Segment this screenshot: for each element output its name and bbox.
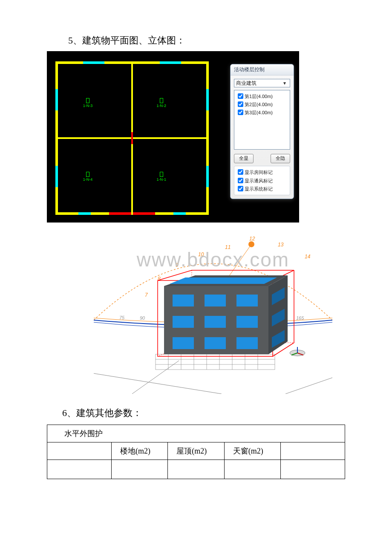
svg-line-0 bbox=[94, 373, 222, 394]
table-title-row: 水平外围护 bbox=[47, 425, 345, 442]
svg-text:13: 13 bbox=[278, 242, 284, 248]
svg-rect-35 bbox=[236, 316, 258, 328]
floor-control-panel[interactable]: 活动楼层控制 商业建筑 ▾ 第1层(4.00m) 第2层(4.00m) 第3层(… bbox=[230, 64, 294, 199]
panel-title: 活动楼层控制 bbox=[231, 64, 294, 75]
svg-rect-33 bbox=[173, 316, 194, 328]
room-label-n4: 1-N-4 bbox=[83, 172, 93, 182]
combo-value: 商业建筑 bbox=[236, 80, 257, 87]
hide-all-button[interactable]: 全隐 bbox=[271, 154, 290, 163]
svg-rect-32 bbox=[236, 295, 258, 306]
table-row bbox=[47, 460, 345, 479]
svg-text:7: 7 bbox=[145, 292, 148, 298]
room-icon bbox=[86, 172, 89, 177]
svg-text:90: 90 bbox=[140, 315, 145, 321]
svg-rect-31 bbox=[205, 295, 226, 306]
svg-marker-29 bbox=[170, 278, 277, 284]
show-all-button[interactable]: 全显 bbox=[234, 154, 254, 163]
section-heading-5: 5、建筑物平面图、立体图： bbox=[68, 34, 375, 47]
section-heading-6: 6、建筑其他参数： bbox=[62, 407, 375, 419]
table-header-row: 楼地(m2) 屋顶(m2) 天窗(m2) bbox=[47, 442, 345, 460]
compass-icon bbox=[290, 347, 305, 356]
opt-room-markers[interactable]: 显示房间标记 bbox=[236, 168, 288, 176]
opt-vent-markers[interactable]: 显示通风标记 bbox=[236, 176, 288, 185]
svg-rect-37 bbox=[205, 337, 226, 349]
3d-sunpath-screenshot: www.bdocx.com bbox=[94, 233, 332, 394]
plan-view: 1-N-3 1-N-2 1-N-4 1-N-1 bbox=[55, 61, 209, 215]
svg-text:12: 12 bbox=[249, 236, 255, 242]
chevron-down-icon: ▾ bbox=[281, 80, 288, 86]
floor-item-3[interactable]: 第3层(4.00m) bbox=[236, 108, 288, 116]
opt-system-markers[interactable]: 显示系统标记 bbox=[236, 185, 288, 193]
sun-icon bbox=[248, 241, 254, 247]
building-type-select[interactable]: 商业建筑 ▾ bbox=[234, 79, 290, 87]
floor-item-2[interactable]: 第2层(4.00m) bbox=[236, 100, 288, 108]
floor-listbox[interactable]: 第1层(4.00m) 第2层(4.00m) 第3层(4.00m) bbox=[234, 90, 290, 150]
svg-rect-38 bbox=[236, 337, 258, 349]
svg-text:8: 8 bbox=[158, 276, 161, 282]
cad-plan-screenshot: 1-N-3 1-N-2 1-N-4 1-N-1 活动楼层控制 商业建筑 ▾ bbox=[47, 51, 299, 223]
svg-line-2 bbox=[285, 378, 332, 394]
display-options: 显示房间标记 显示通风标记 显示系统标记 bbox=[234, 166, 290, 195]
params-table: 水平外围护 楼地(m2) 屋顶(m2) 天窗(m2) bbox=[47, 425, 345, 479]
svg-text:75: 75 bbox=[119, 315, 125, 320]
room-label-n3: 1-N-3 bbox=[83, 98, 93, 108]
svg-rect-34 bbox=[205, 316, 226, 328]
room-icon bbox=[86, 98, 89, 103]
room-icon bbox=[160, 98, 163, 103]
floor-item-1[interactable]: 第1层(4.00m) bbox=[236, 92, 288, 100]
room-label-n1: 1-N-1 bbox=[157, 172, 167, 182]
svg-rect-30 bbox=[173, 295, 194, 306]
room-icon bbox=[160, 172, 163, 177]
room-label-n2: 1-N-2 bbox=[157, 98, 167, 108]
svg-rect-36 bbox=[173, 337, 194, 349]
watermark-text: www.bdocx.com bbox=[137, 248, 289, 271]
svg-text:14: 14 bbox=[305, 254, 311, 260]
svg-text:165: 165 bbox=[296, 315, 304, 321]
